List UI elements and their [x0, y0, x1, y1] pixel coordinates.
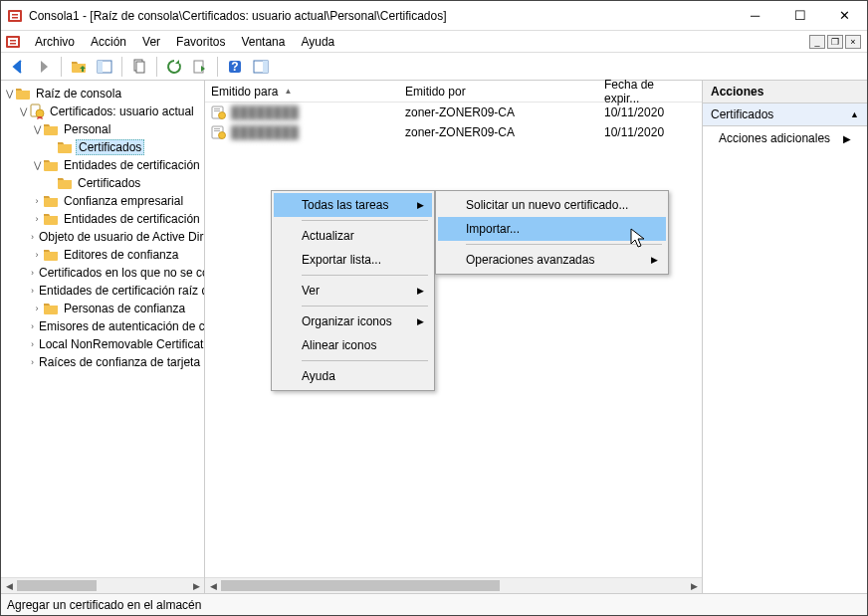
ctx-arrange-icons[interactable]: Organizar iconos▶: [274, 309, 432, 333]
app-icon: [7, 8, 23, 24]
maximize-button[interactable]: ☐: [777, 1, 822, 30]
list-header: Emitido para▲ Emitido por Fecha de expir…: [205, 81, 702, 103]
folder-icon: [57, 175, 73, 191]
tree-node[interactable]: ›Entidades de certificación raíz de terc…: [1, 282, 204, 300]
statusbar: Agregar un certificado en el almacén: [1, 593, 867, 615]
tree-node[interactable]: ›Local NonRemovable Certificates: [1, 335, 204, 353]
cert-icon: [211, 124, 227, 140]
tree-node[interactable]: ›Raíces de confianza de tarjeta intelige…: [1, 353, 204, 371]
menu-file[interactable]: Archivo: [27, 33, 83, 51]
tree-personal[interactable]: ⋁ Personal: [1, 120, 204, 138]
tree-personal-certs[interactable]: Certificados: [1, 138, 204, 156]
tree-node[interactable]: ›Emisores de autenticación de cliente: [1, 317, 204, 335]
help-button[interactable]: ?: [224, 56, 246, 78]
show-hide-tree-button[interactable]: [94, 56, 115, 78]
export-button[interactable]: [189, 56, 211, 78]
chevron-right-icon: ▶: [417, 200, 424, 210]
menu-window[interactable]: Ventana: [233, 33, 293, 51]
list-row[interactable]: ████████zoner-ZONER09-CA10/11/2020: [205, 103, 702, 122]
ctx-export-list[interactable]: Exportar lista...: [274, 248, 432, 272]
mdi-restore-button[interactable]: ❐: [827, 35, 843, 49]
toolbar: ?: [1, 53, 867, 81]
chevron-right-icon: ▶: [651, 255, 658, 265]
tree-root[interactable]: ⋁ Raíz de consola: [1, 85, 204, 103]
folder-icon: [43, 157, 59, 173]
tree-node[interactable]: ›Entidades de certificación: [1, 210, 204, 228]
chevron-right-icon: ▶: [417, 286, 424, 296]
copy-button[interactable]: [128, 56, 150, 78]
folder-icon: [15, 86, 31, 102]
svg-rect-13: [136, 62, 144, 73]
actions-section-certs[interactable]: Certificados ▲: [703, 103, 867, 126]
ctx-advanced-ops[interactable]: Operaciones avanzadas▶: [438, 248, 666, 272]
tree-node[interactable]: ›Objeto de usuario de Active Directory: [1, 228, 204, 246]
sort-asc-icon: ▲: [284, 87, 292, 96]
ctx-refresh[interactable]: Actualizar: [274, 224, 432, 248]
mdi-close-button[interactable]: ×: [845, 35, 861, 49]
actions-more[interactable]: Acciones adicionales ▶: [703, 126, 867, 150]
context-submenu: Solicitar un nuevo certificado... Import…: [435, 190, 669, 275]
tree-node[interactable]: ›Certificados en los que no se confía: [1, 264, 204, 282]
actions-pane: Acciones Certificados ▲ Acciones adicion…: [703, 81, 867, 593]
folder-icon: [57, 139, 73, 155]
collapse-icon: ▲: [850, 109, 859, 119]
minimize-button[interactable]: ─: [733, 1, 777, 30]
menu-help[interactable]: Ayuda: [293, 33, 342, 51]
up-button[interactable]: [68, 56, 90, 78]
svg-rect-11: [98, 61, 103, 73]
ctx-request-cert[interactable]: Solicitar un nuevo certificado...: [438, 193, 666, 217]
menu-favorites[interactable]: Favoritos: [168, 33, 233, 51]
folder-icon: [43, 211, 59, 227]
ctx-import[interactable]: Importar...: [438, 217, 666, 241]
chevron-right-icon: ▶: [843, 133, 851, 144]
svg-rect-18: [263, 61, 268, 73]
cert-icon: [29, 103, 45, 119]
list-scrollbar[interactable]: ◀▶: [205, 577, 702, 593]
tree-cert-user[interactable]: ⋁ Certificados: usuario actual: [1, 103, 204, 120]
menu-action[interactable]: Acción: [83, 33, 134, 51]
mdi-minimize-button[interactable]: _: [809, 35, 825, 49]
folder-icon: [43, 193, 59, 209]
list-row[interactable]: ████████zoner-ZONER09-CA10/11/2020: [205, 122, 702, 142]
actions-header: Acciones: [703, 81, 867, 103]
refresh-button[interactable]: [163, 56, 185, 78]
back-button[interactable]: [7, 56, 29, 78]
menu-view[interactable]: Ver: [134, 33, 168, 51]
col-issued-to[interactable]: Emitido para▲: [205, 81, 399, 102]
tree-scrollbar[interactable]: ◀▶: [1, 577, 204, 593]
doc-icon: [5, 34, 21, 50]
chevron-right-icon: ▶: [417, 316, 424, 326]
ctx-help[interactable]: Ayuda: [274, 364, 432, 388]
tree-node[interactable]: ›Confianza empresarial: [1, 192, 204, 210]
tree-trusted-root-ca[interactable]: ⋁ Entidades de certificación: [1, 156, 204, 174]
titlebar: Consola1 - [Raíz de consola\Certificados…: [1, 1, 867, 31]
menubar: Archivo Acción Ver Favoritos Ventana Ayu…: [1, 31, 867, 53]
tree-node[interactable]: ›Editores de confianza: [1, 246, 204, 264]
context-menu: Todas las tareas▶ Actualizar Exportar li…: [271, 190, 435, 391]
actions-pane-button[interactable]: [250, 56, 272, 78]
svg-text:?: ?: [231, 60, 238, 74]
window-title: Consola1 - [Raíz de consola\Certificados…: [29, 9, 733, 23]
tree-pane: ⋁ Raíz de consola ⋁ Certificados: usuari…: [1, 81, 205, 593]
cert-icon: [211, 104, 227, 120]
status-text: Agregar un certificado en el almacén: [7, 598, 201, 612]
tree-trusted-root-ca-certs[interactable]: Certificados: [1, 174, 204, 192]
folder-icon: [43, 121, 59, 137]
folder-icon: [43, 301, 59, 316]
ctx-all-tasks[interactable]: Todas las tareas▶: [274, 193, 432, 217]
tree-node[interactable]: ›Personas de confianza: [1, 300, 204, 317]
folder-icon: [43, 247, 59, 263]
ctx-align-icons[interactable]: Alinear iconos: [274, 333, 432, 357]
ctx-view[interactable]: Ver▶: [274, 279, 432, 303]
forward-button[interactable]: [33, 56, 55, 78]
col-expiration[interactable]: Fecha de expir...: [598, 81, 693, 102]
col-issued-by[interactable]: Emitido por: [399, 81, 598, 102]
close-button[interactable]: ✕: [822, 1, 867, 30]
